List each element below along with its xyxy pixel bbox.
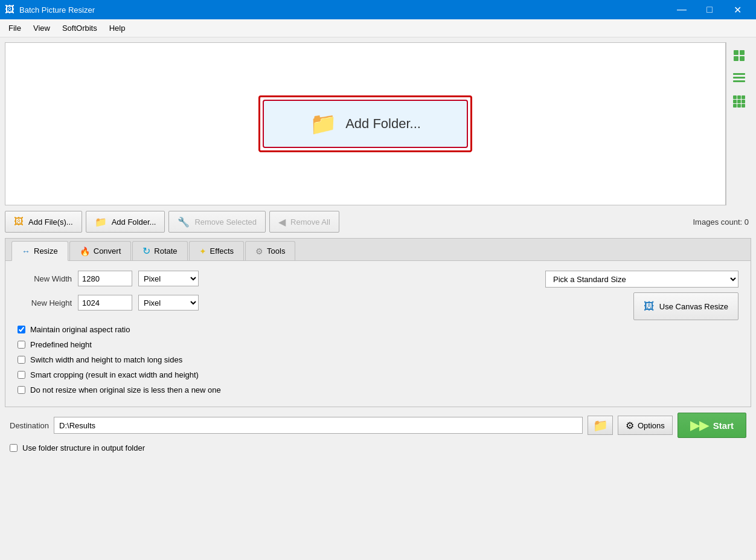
- new-width-input[interactable]: [78, 271, 132, 286]
- main-content: 📁 Add Folder...: [0, 37, 756, 462]
- options-label: Options: [638, 421, 665, 430]
- start-button[interactable]: ▶▶ Start: [678, 413, 746, 438]
- image-list-sidebar: [726, 42, 751, 205]
- menu-view[interactable]: View: [27, 21, 56, 35]
- svg-rect-0: [734, 50, 738, 55]
- grid-view-button[interactable]: [729, 92, 749, 111]
- destination-browse-button[interactable]: 📁: [588, 416, 613, 435]
- list-view-icon: [733, 73, 745, 84]
- start-icon: ▶▶: [690, 418, 708, 433]
- image-list-container: 📁 Add Folder...: [5, 42, 751, 205]
- svg-rect-15: [742, 104, 745, 108]
- add-folder-label: Add Folder...: [112, 217, 156, 227]
- predefined-height-checkbox[interactable]: [18, 341, 25, 349]
- menu-file[interactable]: File: [2, 21, 27, 35]
- svg-rect-1: [740, 50, 745, 55]
- smart-crop-label: Smart cropping (result in exact width an…: [30, 370, 199, 379]
- switch-dimensions-checkbox[interactable]: [18, 356, 25, 364]
- tab-resize[interactable]: ↔ Resize: [11, 241, 68, 261]
- no-resize-checkbox[interactable]: [18, 386, 25, 394]
- convert-tab-label: Convert: [94, 246, 121, 256]
- add-folder-center-label: Add Folder...: [345, 116, 421, 132]
- effects-tab-label: Effects: [210, 246, 234, 256]
- resize-tab-icon: ↔: [22, 246, 30, 256]
- image-list-area: 📁 Add Folder...: [5, 42, 726, 205]
- maximize-button[interactable]: □: [696, 0, 723, 19]
- menu-bar: File View SoftOrbits Help: [0, 19, 756, 37]
- tools-tab-icon: ⚙: [255, 246, 263, 256]
- aspect-ratio-checkbox[interactable]: [18, 326, 25, 333]
- options-gear-icon: ⚙: [626, 420, 634, 431]
- add-files-button[interactable]: 🖼 Add File(s)...: [5, 211, 82, 233]
- canvas-resize-button[interactable]: 🖼 Use Canvas Resize: [633, 292, 738, 320]
- smart-crop-checkbox[interactable]: [18, 371, 25, 379]
- bottom-destination-row: Destination 📁 ⚙ Options ▶▶ Start: [5, 411, 751, 440]
- resize-right-form: Pick a Standard Size 🖼 Use Canvas Resize: [211, 271, 738, 320]
- options-button[interactable]: ⚙ Options: [618, 416, 673, 435]
- tab-convert[interactable]: 🔥 Convert: [69, 241, 132, 260]
- canvas-resize-label: Use Canvas Resize: [659, 302, 728, 311]
- svg-rect-9: [742, 95, 745, 99]
- add-folder-center-button[interactable]: 📁 Add Folder...: [263, 100, 468, 148]
- thumbnail-view-icon: [733, 50, 745, 62]
- destination-input[interactable]: [54, 417, 583, 434]
- app-title: Batch Picture Resizer: [19, 5, 95, 14]
- destination-label: Destination: [10, 421, 49, 430]
- tab-rotate[interactable]: ↻ Rotate: [132, 241, 187, 260]
- checkbox-switch-dimensions: Switch width and height to match long si…: [18, 355, 738, 364]
- minimize-button[interactable]: —: [668, 0, 696, 19]
- height-unit-select[interactable]: Pixel Percent Cm Inch: [138, 295, 199, 311]
- canvas-resize-icon: 🖼: [644, 300, 655, 313]
- svg-rect-7: [733, 95, 737, 99]
- menu-help[interactable]: Help: [103, 21, 132, 35]
- checkbox-no-resize: Do not resize when original size is less…: [18, 385, 738, 394]
- effects-tab-icon: ✦: [199, 246, 207, 256]
- svg-rect-2: [734, 56, 738, 61]
- remove-selected-label: Remove Selected: [194, 217, 257, 227]
- grid-view-icon: [733, 95, 745, 108]
- resize-checkboxes: Maintain original aspect ratio Predefine…: [18, 325, 738, 394]
- remove-selected-button[interactable]: 🔧 Remove Selected: [168, 211, 266, 233]
- rotate-tab-icon: ↻: [143, 245, 150, 257]
- add-files-icon: 🖼: [14, 216, 24, 227]
- new-width-row: New Width Pixel Percent Cm Inch: [18, 271, 199, 286]
- tools-tab-label: Tools: [267, 246, 285, 256]
- new-height-label: New Height: [18, 298, 72, 307]
- thumbnail-view-button[interactable]: [729, 46, 749, 65]
- tab-tools[interactable]: ⚙ Tools: [245, 241, 295, 260]
- aspect-ratio-label: Maintain original aspect ratio: [30, 325, 130, 334]
- start-label: Start: [713, 420, 734, 431]
- add-folder-icon: 📁: [95, 216, 107, 228]
- resize-left-form: New Width Pixel Percent Cm Inch New Heig…: [18, 271, 199, 319]
- width-unit-select[interactable]: Pixel Percent Cm Inch: [138, 271, 199, 286]
- resize-tab-content: New Width Pixel Percent Cm Inch New Heig…: [5, 261, 751, 407]
- convert-tab-icon: 🔥: [80, 246, 90, 256]
- close-button[interactable]: ✕: [723, 0, 751, 19]
- svg-rect-5: [733, 77, 745, 79]
- tab-effects[interactable]: ✦ Effects: [189, 241, 245, 260]
- remove-selected-icon: 🔧: [178, 216, 190, 228]
- tabs-header: ↔ Resize 🔥 Convert ↻ Rotate ✦ Effects ⚙ …: [5, 239, 751, 261]
- resize-tab-label: Resize: [34, 246, 58, 256]
- tab-panel: ↔ Resize 🔥 Convert ↻ Rotate ✦ Effects ⚙ …: [5, 238, 751, 407]
- predefined-height-label: Predefined height: [30, 340, 92, 349]
- no-resize-label: Do not resize when original size is less…: [30, 385, 221, 394]
- new-height-input[interactable]: [78, 295, 132, 311]
- add-folder-button[interactable]: 📁 Add Folder...: [86, 211, 165, 233]
- window-controls: — □ ✕: [668, 0, 751, 19]
- images-count: Images count: 0: [693, 217, 752, 227]
- list-view-button[interactable]: [729, 69, 749, 88]
- add-files-label: Add File(s)...: [28, 217, 73, 227]
- standard-size-select[interactable]: Pick a Standard Size: [545, 271, 738, 288]
- menu-softorbits[interactable]: SoftOrbits: [56, 21, 103, 35]
- folder-structure-row: Use folder structure in output folder: [5, 443, 751, 457]
- remove-all-button[interactable]: ◀ Remove All: [269, 211, 339, 233]
- svg-rect-6: [733, 80, 745, 82]
- use-folder-structure-label: Use folder structure in output folder: [22, 443, 145, 452]
- rotate-tab-label: Rotate: [154, 246, 177, 256]
- svg-rect-11: [737, 100, 741, 103]
- resize-controls-row: New Width Pixel Percent Cm Inch New Heig…: [18, 271, 738, 320]
- new-width-label: New Width: [18, 274, 72, 283]
- remove-all-icon: ◀: [278, 216, 286, 228]
- use-folder-structure-checkbox[interactable]: [10, 444, 18, 452]
